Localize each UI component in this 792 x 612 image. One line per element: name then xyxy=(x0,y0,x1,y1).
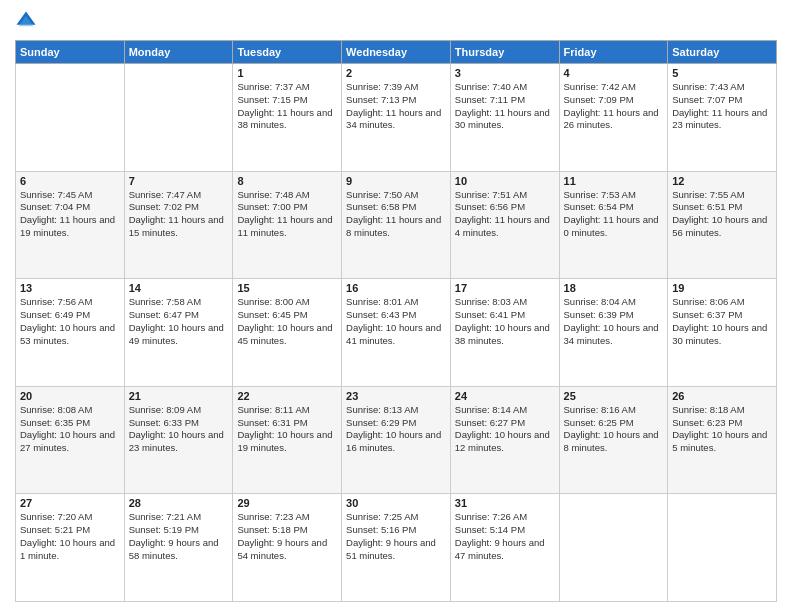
calendar-cell: 20Sunrise: 8:08 AM Sunset: 6:35 PM Dayli… xyxy=(16,386,125,494)
calendar-week-row: 20Sunrise: 8:08 AM Sunset: 6:35 PM Dayli… xyxy=(16,386,777,494)
calendar-page: SundayMondayTuesdayWednesdayThursdayFrid… xyxy=(0,0,792,612)
day-info: Sunrise: 8:18 AM Sunset: 6:23 PM Dayligh… xyxy=(672,404,772,455)
calendar-cell xyxy=(16,64,125,172)
day-number: 29 xyxy=(237,497,337,509)
day-number: 2 xyxy=(346,67,446,79)
weekday-header: Wednesday xyxy=(342,41,451,64)
calendar-table: SundayMondayTuesdayWednesdayThursdayFrid… xyxy=(15,40,777,602)
day-number: 18 xyxy=(564,282,664,294)
calendar-cell: 30Sunrise: 7:25 AM Sunset: 5:16 PM Dayli… xyxy=(342,494,451,602)
calendar-week-row: 27Sunrise: 7:20 AM Sunset: 5:21 PM Dayli… xyxy=(16,494,777,602)
day-info: Sunrise: 7:50 AM Sunset: 6:58 PM Dayligh… xyxy=(346,189,446,240)
weekday-header-row: SundayMondayTuesdayWednesdayThursdayFrid… xyxy=(16,41,777,64)
calendar-cell: 15Sunrise: 8:00 AM Sunset: 6:45 PM Dayli… xyxy=(233,279,342,387)
day-number: 22 xyxy=(237,390,337,402)
day-info: Sunrise: 7:23 AM Sunset: 5:18 PM Dayligh… xyxy=(237,511,337,562)
calendar-cell: 3Sunrise: 7:40 AM Sunset: 7:11 PM Daylig… xyxy=(450,64,559,172)
calendar-cell: 5Sunrise: 7:43 AM Sunset: 7:07 PM Daylig… xyxy=(668,64,777,172)
day-info: Sunrise: 7:58 AM Sunset: 6:47 PM Dayligh… xyxy=(129,296,229,347)
day-info: Sunrise: 7:51 AM Sunset: 6:56 PM Dayligh… xyxy=(455,189,555,240)
calendar-cell: 29Sunrise: 7:23 AM Sunset: 5:18 PM Dayli… xyxy=(233,494,342,602)
calendar-cell: 7Sunrise: 7:47 AM Sunset: 7:02 PM Daylig… xyxy=(124,171,233,279)
calendar-week-row: 13Sunrise: 7:56 AM Sunset: 6:49 PM Dayli… xyxy=(16,279,777,387)
calendar-cell: 22Sunrise: 8:11 AM Sunset: 6:31 PM Dayli… xyxy=(233,386,342,494)
day-info: Sunrise: 7:21 AM Sunset: 5:19 PM Dayligh… xyxy=(129,511,229,562)
day-number: 15 xyxy=(237,282,337,294)
day-info: Sunrise: 8:13 AM Sunset: 6:29 PM Dayligh… xyxy=(346,404,446,455)
day-number: 26 xyxy=(672,390,772,402)
day-number: 30 xyxy=(346,497,446,509)
day-info: Sunrise: 7:39 AM Sunset: 7:13 PM Dayligh… xyxy=(346,81,446,132)
weekday-header: Sunday xyxy=(16,41,125,64)
day-number: 17 xyxy=(455,282,555,294)
weekday-header: Monday xyxy=(124,41,233,64)
day-info: Sunrise: 7:55 AM Sunset: 6:51 PM Dayligh… xyxy=(672,189,772,240)
day-info: Sunrise: 8:03 AM Sunset: 6:41 PM Dayligh… xyxy=(455,296,555,347)
day-info: Sunrise: 8:11 AM Sunset: 6:31 PM Dayligh… xyxy=(237,404,337,455)
day-info: Sunrise: 7:43 AM Sunset: 7:07 PM Dayligh… xyxy=(672,81,772,132)
calendar-cell: 13Sunrise: 7:56 AM Sunset: 6:49 PM Dayli… xyxy=(16,279,125,387)
day-info: Sunrise: 7:40 AM Sunset: 7:11 PM Dayligh… xyxy=(455,81,555,132)
calendar-cell xyxy=(124,64,233,172)
weekday-header: Thursday xyxy=(450,41,559,64)
day-info: Sunrise: 7:20 AM Sunset: 5:21 PM Dayligh… xyxy=(20,511,120,562)
day-info: Sunrise: 8:04 AM Sunset: 6:39 PM Dayligh… xyxy=(564,296,664,347)
day-number: 25 xyxy=(564,390,664,402)
day-info: Sunrise: 8:14 AM Sunset: 6:27 PM Dayligh… xyxy=(455,404,555,455)
calendar-cell: 25Sunrise: 8:16 AM Sunset: 6:25 PM Dayli… xyxy=(559,386,668,494)
calendar-cell: 24Sunrise: 8:14 AM Sunset: 6:27 PM Dayli… xyxy=(450,386,559,494)
calendar-cell: 12Sunrise: 7:55 AM Sunset: 6:51 PM Dayli… xyxy=(668,171,777,279)
day-number: 5 xyxy=(672,67,772,79)
day-number: 23 xyxy=(346,390,446,402)
day-info: Sunrise: 8:08 AM Sunset: 6:35 PM Dayligh… xyxy=(20,404,120,455)
calendar-cell: 19Sunrise: 8:06 AM Sunset: 6:37 PM Dayli… xyxy=(668,279,777,387)
day-info: Sunrise: 8:06 AM Sunset: 6:37 PM Dayligh… xyxy=(672,296,772,347)
day-number: 20 xyxy=(20,390,120,402)
weekday-header: Saturday xyxy=(668,41,777,64)
calendar-cell: 26Sunrise: 8:18 AM Sunset: 6:23 PM Dayli… xyxy=(668,386,777,494)
day-info: Sunrise: 8:01 AM Sunset: 6:43 PM Dayligh… xyxy=(346,296,446,347)
day-info: Sunrise: 7:45 AM Sunset: 7:04 PM Dayligh… xyxy=(20,189,120,240)
day-number: 8 xyxy=(237,175,337,187)
calendar-cell: 16Sunrise: 8:01 AM Sunset: 6:43 PM Dayli… xyxy=(342,279,451,387)
day-info: Sunrise: 8:09 AM Sunset: 6:33 PM Dayligh… xyxy=(129,404,229,455)
calendar-cell: 21Sunrise: 8:09 AM Sunset: 6:33 PM Dayli… xyxy=(124,386,233,494)
day-number: 27 xyxy=(20,497,120,509)
day-info: Sunrise: 7:56 AM Sunset: 6:49 PM Dayligh… xyxy=(20,296,120,347)
day-number: 19 xyxy=(672,282,772,294)
calendar-cell: 31Sunrise: 7:26 AM Sunset: 5:14 PM Dayli… xyxy=(450,494,559,602)
day-number: 12 xyxy=(672,175,772,187)
header xyxy=(15,10,777,32)
weekday-header: Friday xyxy=(559,41,668,64)
calendar-cell: 4Sunrise: 7:42 AM Sunset: 7:09 PM Daylig… xyxy=(559,64,668,172)
day-info: Sunrise: 7:42 AM Sunset: 7:09 PM Dayligh… xyxy=(564,81,664,132)
day-number: 11 xyxy=(564,175,664,187)
day-number: 14 xyxy=(129,282,229,294)
calendar-cell: 8Sunrise: 7:48 AM Sunset: 7:00 PM Daylig… xyxy=(233,171,342,279)
calendar-cell: 27Sunrise: 7:20 AM Sunset: 5:21 PM Dayli… xyxy=(16,494,125,602)
day-info: Sunrise: 7:47 AM Sunset: 7:02 PM Dayligh… xyxy=(129,189,229,240)
day-info: Sunrise: 7:53 AM Sunset: 6:54 PM Dayligh… xyxy=(564,189,664,240)
calendar-cell xyxy=(668,494,777,602)
day-info: Sunrise: 8:00 AM Sunset: 6:45 PM Dayligh… xyxy=(237,296,337,347)
calendar-cell: 10Sunrise: 7:51 AM Sunset: 6:56 PM Dayli… xyxy=(450,171,559,279)
day-number: 16 xyxy=(346,282,446,294)
day-number: 24 xyxy=(455,390,555,402)
day-info: Sunrise: 7:26 AM Sunset: 5:14 PM Dayligh… xyxy=(455,511,555,562)
calendar-week-row: 1Sunrise: 7:37 AM Sunset: 7:15 PM Daylig… xyxy=(16,64,777,172)
calendar-cell: 14Sunrise: 7:58 AM Sunset: 6:47 PM Dayli… xyxy=(124,279,233,387)
day-number: 31 xyxy=(455,497,555,509)
calendar-cell: 1Sunrise: 7:37 AM Sunset: 7:15 PM Daylig… xyxy=(233,64,342,172)
day-number: 9 xyxy=(346,175,446,187)
day-number: 1 xyxy=(237,67,337,79)
calendar-cell xyxy=(559,494,668,602)
day-number: 3 xyxy=(455,67,555,79)
weekday-header: Tuesday xyxy=(233,41,342,64)
day-number: 13 xyxy=(20,282,120,294)
day-number: 10 xyxy=(455,175,555,187)
calendar-cell: 11Sunrise: 7:53 AM Sunset: 6:54 PM Dayli… xyxy=(559,171,668,279)
day-number: 6 xyxy=(20,175,120,187)
day-number: 7 xyxy=(129,175,229,187)
calendar-cell: 9Sunrise: 7:50 AM Sunset: 6:58 PM Daylig… xyxy=(342,171,451,279)
day-info: Sunrise: 8:16 AM Sunset: 6:25 PM Dayligh… xyxy=(564,404,664,455)
